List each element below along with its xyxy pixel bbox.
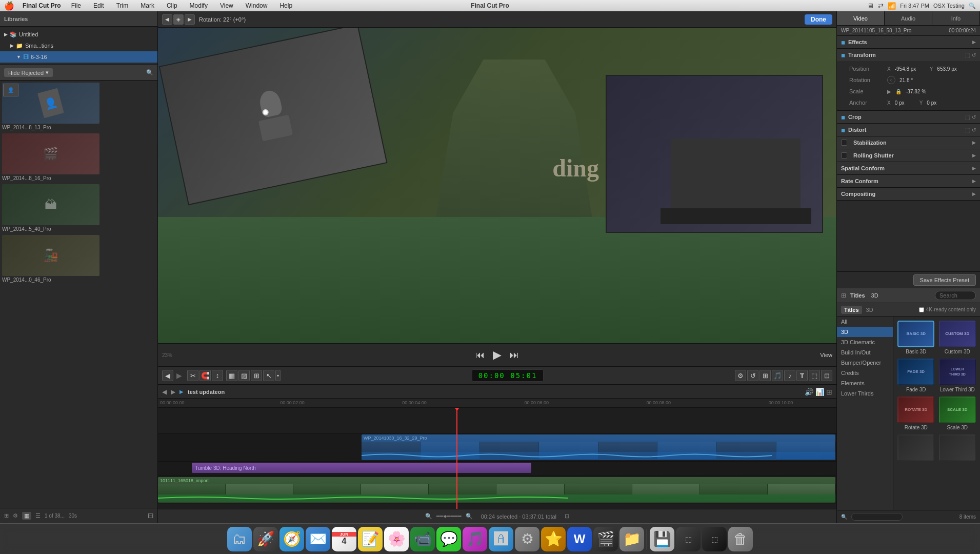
play-button[interactable]: ▶ <box>493 348 502 362</box>
effect-rotate3d[interactable]: ROTATE 3D Rotate 3D <box>897 397 935 430</box>
effect-extra2[interactable] <box>939 434 976 463</box>
apple-menu[interactable]: 🍎 <box>4 1 14 11</box>
keyframe-icon[interactable]: ⬚ <box>965 52 970 58</box>
position-x-val[interactable]: -954.8 px <box>895 66 926 72</box>
dock-img2[interactable]: ⬚ <box>702 527 727 551</box>
reset-icon[interactable]: ↺ <box>972 52 976 58</box>
position-tool[interactable]: ↕ <box>212 370 223 381</box>
timeline-right[interactable]: ▶ <box>171 388 175 395</box>
done-button[interactable]: Done <box>805 14 832 25</box>
dock-reeder[interactable]: ⭐ <box>541 527 566 551</box>
goto-end-button[interactable]: ⏭ <box>510 350 519 361</box>
view-menu[interactable]: View <box>218 2 235 9</box>
zoom-slider[interactable]: ━━●━━━━ <box>436 513 462 520</box>
crop-edit-icon[interactable]: ⬚ <box>965 114 970 120</box>
waveform-btn[interactable]: 🔊 <box>805 388 813 396</box>
magnetic-tool[interactable]: 🧲 <box>199 370 211 381</box>
timeline-zoom-btn[interactable]: ⊞ <box>826 388 832 396</box>
anchor-y-val[interactable]: 0 px <box>927 100 947 106</box>
position-y-val[interactable]: 653.9 px <box>937 66 963 72</box>
clip-more[interactable]: ⊞ <box>251 370 262 381</box>
cat-bumper[interactable]: Bumper/Opener <box>837 358 893 368</box>
scale-val[interactable]: -37.82 % <box>906 89 926 94</box>
cat-build-inout[interactable]: Build In/Out <box>837 347 893 358</box>
nav-reset[interactable]: ◈ <box>173 14 184 25</box>
save-effects-preset-button[interactable]: Save Effects Preset <box>913 274 976 286</box>
effect-basic3d[interactable]: BASIC 3D Basic 3D <box>897 321 935 354</box>
dock-finder[interactable]: 🗂 <box>227 527 252 551</box>
dock-appstore[interactable]: 🅰 <box>489 527 513 551</box>
timeline-settings[interactable]: ⚙ <box>735 370 746 381</box>
goto-start-button[interactable]: ⏮ <box>475 350 485 361</box>
zoom-in-icon[interactable]: 🔍 <box>466 513 473 520</box>
3d-tab[interactable]: 3D <box>864 306 875 314</box>
dock-facetime[interactable]: 📹 <box>410 527 435 551</box>
dock-syspref[interactable]: ⚙ <box>515 527 539 551</box>
select-tool[interactable]: ↖ <box>263 370 274 381</box>
distort-reset-icon[interactable]: ↺ <box>972 127 976 133</box>
timeline-left[interactable]: ◀ <box>162 388 167 395</box>
cat-all[interactable]: All <box>837 316 893 327</box>
view-button[interactable]: View <box>820 352 832 358</box>
clip-item-1[interactable]: 🎬 WP_2014...8_16_Pro <box>2 133 155 182</box>
app-name-menu[interactable]: Final Cut Pro <box>23 2 61 9</box>
effect-fade3d[interactable]: FADE 3D Fade 3D <box>897 359 935 392</box>
dock-launchpad[interactable]: 🚀 <box>253 527 278 551</box>
settings-icon[interactable]: ⚙ <box>13 512 18 519</box>
mark-menu[interactable]: Mark <box>138 2 156 9</box>
clip-menu[interactable]: Clip <box>165 2 179 9</box>
hide-rejected-button[interactable]: Hide Rejected ▾ <box>4 68 53 77</box>
tab-info[interactable]: Info <box>932 11 980 25</box>
distort-edit-icon[interactable]: ⬚ <box>965 127 970 133</box>
nav-prev[interactable]: ◀ <box>162 14 172 25</box>
crop-section-header[interactable]: ◼ Crop ⬚ ↺ <box>837 111 980 123</box>
effects-search-btn[interactable]: 🔍 <box>841 514 847 520</box>
timecode-display[interactable]: 00:00 05:01 <box>472 369 544 382</box>
effects-section-header[interactable]: ◼ Effects ▶ <box>837 36 980 48</box>
tool-dropdown[interactable]: ▾ <box>275 370 281 381</box>
dock-messages[interactable]: 💬 <box>436 527 461 551</box>
dock-notes[interactable]: 📝 <box>358 527 383 551</box>
scale-lock-icon[interactable]: 🔒 <box>895 89 902 94</box>
scale-arrow[interactable]: ▶ <box>887 89 891 94</box>
window-menu[interactable]: Window <box>244 2 270 9</box>
dock-mail[interactable]: ✉️ <box>306 527 330 551</box>
dock-word[interactable]: W <box>567 527 592 551</box>
dock-disk[interactable]: 💾 <box>650 527 674 551</box>
title-clip[interactable]: Tumble 3D: Heading North <box>192 463 531 473</box>
add-clip-btn[interactable]: ⊞ <box>759 370 771 381</box>
audio-meter[interactable]: ♪ <box>784 370 795 381</box>
rate-conform-header[interactable]: Rate Conform ▶ <box>837 175 980 187</box>
tab-audio[interactable]: Audio <box>885 11 932 25</box>
generator-btn[interactable]: ⬚ <box>809 370 820 381</box>
effect-scale3d[interactable]: SCALE 3D Scale 3D <box>939 397 976 430</box>
rotation-val[interactable]: 21.8 ° <box>899 77 913 83</box>
tab-video[interactable]: Video <box>837 11 885 25</box>
transform-section-header[interactable]: ◼ Transform ⬚ ↺ <box>837 49 980 61</box>
clip-item-3[interactable]: 🚂 WP_2014...0_46_Pro <box>2 235 155 284</box>
clip-appearance[interactable]: ▦ <box>226 370 237 381</box>
dock-img1[interactable]: ⬚ <box>676 527 701 551</box>
stab-checkbox[interactable] <box>841 140 847 146</box>
rolling-shutter-header[interactable]: Rolling Shutter ▶ <box>837 149 980 162</box>
timeline-view-btn[interactable]: ↺ <box>747 370 758 381</box>
dock-finder2[interactable]: 📁 <box>619 527 644 551</box>
rs-checkbox[interactable] <box>841 152 847 159</box>
filmstrip-icon[interactable]: 🎞 <box>148 513 153 519</box>
dock-finalcut[interactable]: 🎬 <box>593 527 618 551</box>
titles-tab[interactable]: Titles <box>841 306 862 314</box>
audio-btn[interactable]: 🎵 <box>772 370 783 381</box>
compositing-header[interactable]: Compositing ▶ <box>837 188 980 200</box>
fullscreen-btn[interactable]: ⊡ <box>565 513 569 520</box>
broll-clip[interactable]: 101111_165018_import <box>158 477 835 503</box>
modify-menu[interactable]: Modify <box>188 2 210 9</box>
cat-elements[interactable]: Elements <box>837 378 893 388</box>
blade-tool[interactable]: ✂ <box>187 370 198 381</box>
back-button[interactable]: ◀ <box>162 370 173 381</box>
spotlight-icon[interactable]: 🔍 <box>969 3 976 9</box>
stabilization-header[interactable]: Stabilization ▶ <box>837 136 980 149</box>
cat-lower-thirds[interactable]: Lower Thirds <box>837 388 893 399</box>
clip-audio[interactable]: ▨ <box>238 370 250 381</box>
help-menu[interactable]: Help <box>277 2 294 9</box>
view-toggle-icon[interactable]: ⊞ <box>4 512 9 519</box>
